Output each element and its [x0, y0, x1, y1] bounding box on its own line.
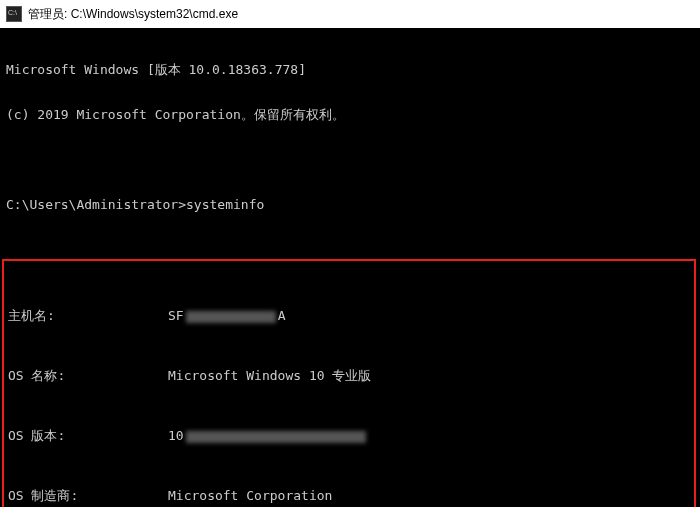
prompt-line: C:\Users\Administrator>systeminfo — [6, 197, 694, 212]
row-osmfr: OS 制造商: Microsoft Corporation — [8, 488, 690, 503]
window-title: 管理员: C:\Windows\system32\cmd.exe — [28, 6, 238, 23]
censored: xxxxxxxxxxxx — [186, 431, 366, 443]
value-osname: Microsoft Windows 10 专业版 — [168, 368, 690, 383]
blank-line — [6, 152, 694, 167]
banner-line1: Microsoft Windows [版本 10.0.18363.778] — [6, 62, 694, 77]
row-hostname: 主机名: SFxxxxxxxxA — [8, 308, 690, 323]
label-hostname: 主机名: — [8, 308, 168, 323]
row-osname: OS 名称: Microsoft Windows 10 专业版 — [8, 368, 690, 383]
cmd-window: 管理员: C:\Windows\system32\cmd.exe Microso… — [0, 0, 700, 507]
label-osname: OS 名称: — [8, 368, 168, 383]
banner-line2: (c) 2019 Microsoft Corporation。保留所有权利。 — [6, 107, 694, 122]
cmd-icon — [6, 6, 22, 22]
censored: xxxxxxxx — [186, 311, 276, 323]
label-osver: OS 版本: — [8, 428, 168, 443]
prompt-path: C:\Users\Administrator> — [6, 197, 186, 212]
label-osmfr: OS 制造商: — [8, 488, 168, 503]
row-osver: OS 版本: 10xxxxxxxxxxxx — [8, 428, 690, 443]
value-osmfr: Microsoft Corporation — [168, 488, 690, 503]
output-highlight-box: 主机名: SFxxxxxxxxA OS 名称: Microsoft Window… — [2, 259, 696, 507]
value-osver: 10xxxxxxxxxxxx — [168, 428, 690, 443]
command-text: systeminfo — [186, 197, 264, 212]
value-hostname: SFxxxxxxxxA — [168, 308, 690, 323]
titlebar[interactable]: 管理员: C:\Windows\system32\cmd.exe — [0, 0, 700, 28]
terminal-output[interactable]: Microsoft Windows [版本 10.0.18363.778] (c… — [0, 28, 700, 507]
